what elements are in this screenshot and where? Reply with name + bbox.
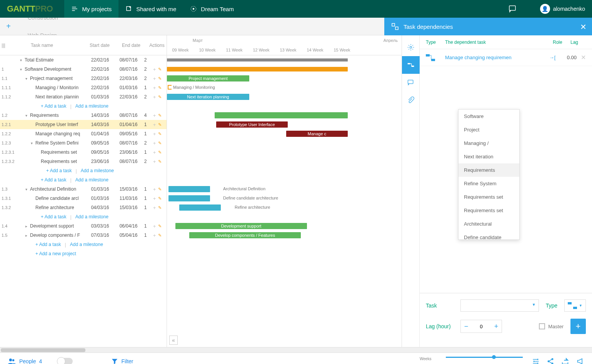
people-button[interactable]: People 4 (8, 358, 42, 364)
gantt-bar[interactable] (167, 67, 348, 71)
edit-task-button[interactable]: ✎ (158, 196, 162, 201)
dropdown-item[interactable]: Requirements (459, 163, 519, 177)
tab-web-design[interactable]: Web Design (17, 27, 91, 36)
task-row[interactable]: 1.1.2 Next iteration plannin01/03/1622/0… (0, 92, 167, 101)
add-subtask-button[interactable]: + (153, 85, 156, 91)
add-task-link[interactable]: + Add a task (41, 103, 66, 109)
gantt-bar[interactable]: Development support (175, 223, 307, 229)
lag-input[interactable] (472, 320, 491, 332)
edit-task-button[interactable]: ✎ (158, 131, 162, 136)
gantt-bar[interactable]: Project management (167, 75, 249, 81)
dropdown-item[interactable]: Refine System (459, 177, 519, 190)
nav-my-projects[interactable]: My projects (64, 0, 118, 18)
task-row[interactable]: 1.1.1 Managing / Monitorin22/02/1601/03/… (0, 83, 167, 92)
expand-toggle[interactable]: ▾ (18, 58, 23, 62)
add-task-link[interactable]: + Add a task (35, 242, 61, 247)
edit-task-button[interactable]: ✎ (158, 95, 162, 100)
add-task-link[interactable]: + Add a task (41, 214, 66, 219)
expand-toggle[interactable]: ▾ (24, 76, 28, 81)
add-milestone-link[interactable]: Add a milestone (81, 168, 114, 173)
task-row[interactable]: 1.2.2 Manage changing req01/04/1609/05/1… (0, 129, 167, 138)
dropdown-item[interactable]: Project (459, 123, 519, 136)
add-subtask-button[interactable]: + (153, 113, 156, 118)
add-project-link[interactable]: + Add a new project (35, 251, 76, 256)
edit-task-button[interactable]: ✎ (158, 159, 162, 164)
task-row[interactable]: 1.2.3.2 Requirements set23/06/1608/07/16… (0, 157, 167, 166)
edit-task-button[interactable]: ✎ (158, 233, 162, 238)
collapse-gantt-button[interactable]: « (169, 336, 178, 345)
export-icon[interactable] (561, 357, 570, 364)
add-subtask-button[interactable]: + (153, 205, 156, 211)
add-subtask-button[interactable]: + (153, 122, 156, 128)
gantt-bar[interactable] (168, 186, 210, 192)
gantt-bar[interactable]: Manage c (286, 131, 348, 137)
expand-toggle[interactable]: ▸ (24, 233, 28, 238)
dep-tab-links[interactable] (402, 56, 420, 74)
dropdown-item[interactable]: Architectural (459, 217, 519, 231)
hscroll-thumb[interactable] (1, 348, 85, 352)
filter-button[interactable]: Filter (111, 358, 133, 364)
summary-bar[interactable] (167, 58, 348, 61)
gantt-bar[interactable] (168, 195, 210, 201)
dropdown-item[interactable]: Software (459, 110, 519, 123)
dropdown-item[interactable]: Define candidate (459, 231, 519, 240)
add-subtask-button[interactable]: + (153, 159, 156, 165)
avatar[interactable]: 👤 (540, 4, 550, 14)
gantt-bar[interactable]: Develop components / Features (189, 232, 301, 238)
dep-tab-settings[interactable] (402, 38, 420, 56)
expand-toggle[interactable]: ▾ (24, 187, 28, 191)
edit-task-button[interactable]: ✎ (158, 224, 162, 229)
add-milestone-link[interactable]: Add a milestone (70, 242, 103, 247)
add-subtask-button[interactable]: + (153, 150, 156, 155)
edit-task-button[interactable]: ✎ (158, 141, 162, 146)
dropdown-item[interactable]: Managing / (459, 136, 519, 150)
edit-task-button[interactable]: ✎ (158, 113, 162, 118)
task-row[interactable]: 1.2.1 Prototype User Interf14/03/1601/04… (0, 120, 167, 129)
task-row[interactable]: 1.3▾Architectural Definition01/03/1615/0… (0, 184, 167, 194)
add-milestone-link[interactable]: Add a milestone (75, 214, 108, 219)
add-dependency-button[interactable]: + (570, 319, 586, 334)
lag-minus-button[interactable]: − (461, 322, 472, 331)
add-milestone-link[interactable]: Add a milestone (75, 103, 108, 109)
gantt-bar[interactable] (179, 204, 221, 211)
add-subtask-button[interactable]: + (153, 94, 156, 100)
dep-type-select[interactable]: ▼ (564, 299, 586, 312)
dep-tab-comments[interactable] (402, 74, 420, 91)
master-checkbox[interactable]: Master (539, 323, 564, 329)
gantt-bar[interactable] (215, 112, 348, 118)
add-tab-button[interactable]: + (0, 22, 17, 31)
gantt-hscroll[interactable] (0, 347, 592, 352)
gantt-bar[interactable]: Next iteration planning (167, 94, 249, 100)
dep-remove-button[interactable]: ✕ (577, 54, 586, 61)
task-row[interactable]: ▾Total Estimate22/02/1608/07/162 (0, 55, 167, 65)
edit-task-button[interactable]: ✎ (158, 122, 162, 127)
add-subtask-button[interactable]: + (153, 140, 156, 146)
task-row[interactable]: 1.5▸Develop components / F07/03/1605/04/… (0, 231, 167, 240)
expand-toggle[interactable]: ▸ (24, 224, 28, 228)
dropdown-item[interactable]: Next iteration (459, 150, 519, 163)
close-panel-button[interactable]: ✕ (580, 22, 587, 32)
tab-construction[interactable]: Construction (17, 18, 91, 27)
lag-plus-button[interactable]: + (491, 322, 502, 331)
task-row[interactable]: 1.3.2 Refine architecture04/03/1615/03/1… (0, 203, 167, 212)
task-row[interactable]: 1.2.3▾Refine System Defini09/05/1608/07/… (0, 138, 167, 148)
chat-icon[interactable] (509, 5, 517, 13)
settings-icon[interactable] (532, 357, 540, 364)
zoom-slider[interactable] (446, 357, 523, 358)
nav-shared[interactable]: Shared with me (118, 0, 183, 18)
edit-task-button[interactable]: ✎ (158, 76, 162, 81)
edit-task-button[interactable]: ✎ (158, 150, 162, 155)
task-row[interactable]: 1.1▾Project management22/02/1622/03/162+… (0, 74, 167, 83)
gantt-bar[interactable]: Prototype User Interface (216, 121, 288, 128)
add-subtask-button[interactable]: + (153, 223, 156, 229)
add-subtask-button[interactable]: + (153, 131, 156, 137)
expand-toggle[interactable]: ▾ (18, 67, 23, 71)
expand-toggle[interactable]: ▾ (29, 141, 34, 145)
add-task-link[interactable]: + Add a task (46, 168, 72, 173)
dep-row[interactable]: Manage changing requiremen →[ 0.00 ✕ (420, 49, 592, 66)
task-row[interactable]: 1▾Software Development22/02/1608/07/162+… (0, 65, 167, 74)
add-subtask-button[interactable]: + (153, 186, 156, 192)
edit-task-button[interactable]: ✎ (158, 85, 162, 90)
task-row[interactable]: 1.3.1 Define candidate arcl01/03/1611/03… (0, 194, 167, 203)
milestone-marker[interactable] (168, 85, 172, 90)
